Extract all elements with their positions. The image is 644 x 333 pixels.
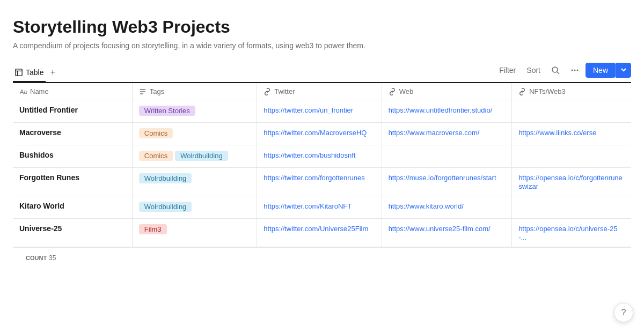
list-icon: [139, 88, 147, 95]
col-tags-label: Tags: [150, 87, 164, 95]
cell-web[interactable]: https://www.universe25-film.com/: [382, 219, 512, 247]
cell-nfts[interactable]: [512, 145, 631, 168]
tag-badge[interactable]: Comics: [139, 128, 173, 138]
nfts-link[interactable]: https://opensea.io/c/forgottenruneswizar: [518, 174, 623, 190]
cell-twitter[interactable]: https://twitter.com/un_frontier: [257, 100, 382, 123]
cell-name[interactable]: Universe-25: [13, 219, 132, 247]
cell-name[interactable]: Kitaro World: [13, 196, 132, 219]
col-twitter-label: Twitter: [274, 87, 295, 95]
cell-twitter[interactable]: https://twitter.com/MacroverseHQ: [257, 123, 382, 145]
table-row: Kitaro WorldWolrdbuildinghttps://twitter…: [13, 196, 631, 219]
new-button-group: New: [586, 63, 631, 78]
search-button[interactable]: [547, 64, 564, 77]
twitter-link[interactable]: https://twitter.com/un_frontier: [264, 106, 353, 114]
new-dropdown-button[interactable]: [616, 63, 631, 78]
web-link[interactable]: https://muse.io/forgottenrunes/start: [389, 174, 496, 182]
cell-name[interactable]: Untitled Frontier: [13, 100, 132, 123]
nfts-link[interactable]: https://opensea.io/c/universe-25-...: [518, 225, 617, 241]
new-button-label: New: [593, 66, 608, 75]
cell-tags: Written Stories: [132, 100, 257, 123]
nfts-link[interactable]: https://www.liinks.co/erse: [518, 129, 596, 137]
more-button[interactable]: [566, 64, 583, 77]
cell-twitter[interactable]: https://twitter.com/Universe25Film: [257, 219, 382, 247]
table-row: BushidosComicsWolrdbuildinghttps://twitt…: [13, 145, 631, 168]
toolbar: Table + Filter Sort: [13, 63, 631, 83]
count-bar: COUNT 35: [13, 247, 631, 268]
link-icon-twitter: [264, 88, 271, 95]
tag-badge[interactable]: Film3: [139, 224, 167, 234]
col-header-web[interactable]: Web: [382, 83, 512, 100]
twitter-link[interactable]: https://twitter.com/MacroverseHQ: [264, 129, 367, 137]
web-link[interactable]: https://www.untitledfrontier.studio/: [389, 106, 493, 114]
filter-button[interactable]: Filter: [495, 64, 520, 77]
table-header-row: Aa Name Tags: [13, 83, 631, 100]
svg-point-5: [571, 70, 573, 71]
more-icon: [570, 66, 579, 75]
data-table: Aa Name Tags: [13, 83, 631, 247]
col-header-name[interactable]: Aa Name: [13, 83, 132, 100]
twitter-link[interactable]: https://twitter.com/Universe25Film: [264, 225, 368, 233]
svg-point-7: [576, 70, 578, 71]
page-subtitle: A compendium of projects focusing on sto…: [13, 41, 631, 50]
web-link[interactable]: https://www.universe25-film.com/: [389, 225, 491, 233]
cell-web[interactable]: [382, 145, 512, 168]
col-name-label: Name: [30, 87, 49, 95]
twitter-link[interactable]: https://twitter.com/KitaroNFT: [264, 202, 352, 210]
cell-web[interactable]: https://www.kitaro.world/: [382, 196, 512, 219]
sort-button[interactable]: Sort: [522, 64, 545, 77]
svg-rect-0: [16, 69, 22, 76]
count-value: 35: [49, 254, 56, 262]
svg-point-3: [552, 67, 558, 72]
cell-nfts[interactable]: https://opensea.io/c/universe-25-...: [512, 219, 631, 247]
cell-twitter[interactable]: https://twitter.com/KitaroNFT: [257, 196, 382, 219]
cell-nfts[interactable]: https://www.liinks.co/erse: [512, 123, 631, 145]
cell-twitter[interactable]: https://twitter.com/bushidosnft: [257, 145, 382, 168]
cell-name[interactable]: Forgotten Runes: [13, 168, 132, 196]
col-header-tags[interactable]: Tags: [132, 83, 257, 100]
new-button[interactable]: New: [586, 63, 616, 78]
link-icon-web: [389, 88, 396, 95]
twitter-link[interactable]: https://twitter.com/forgottenrunes: [264, 174, 365, 182]
twitter-link[interactable]: https://twitter.com/bushidosnft: [264, 151, 355, 159]
table-container: Aa Name Tags: [13, 83, 631, 247]
tag-badge[interactable]: Wolrdbuilding: [175, 151, 228, 161]
filter-label: Filter: [499, 66, 516, 75]
cell-name[interactable]: Macroverse: [13, 123, 132, 145]
col-header-twitter[interactable]: Twitter: [257, 83, 382, 100]
tab-table-label: Table: [26, 68, 43, 77]
cell-web[interactable]: https://www.untitledfrontier.studio/: [382, 100, 512, 123]
web-link[interactable]: https://www.macroverse.com/: [389, 129, 480, 137]
cell-nfts[interactable]: https://opensea.io/c/forgottenruneswizar: [512, 168, 631, 196]
tag-badge[interactable]: Wolrdbuilding: [139, 173, 192, 183]
cell-nfts[interactable]: [512, 100, 631, 123]
col-web-label: Web: [399, 87, 414, 95]
table-icon: [15, 69, 23, 76]
cell-nfts[interactable]: [512, 196, 631, 219]
svg-text:Aa: Aa: [20, 88, 27, 95]
cell-tags: Comics: [132, 123, 257, 145]
table-row: Forgotten RunesWolrdbuildinghttps://twit…: [13, 168, 631, 196]
svg-line-4: [557, 72, 559, 74]
svg-point-6: [574, 70, 575, 71]
tab-table[interactable]: Table: [13, 64, 46, 82]
text-icon: Aa: [19, 88, 27, 95]
count-label: COUNT: [26, 255, 47, 261]
tag-badge[interactable]: Written Stories: [139, 106, 195, 116]
cell-tags: Wolrdbuilding: [132, 168, 257, 196]
add-tab-button[interactable]: +: [46, 63, 59, 82]
cell-web[interactable]: https://muse.io/forgottenrunes/start: [382, 168, 512, 196]
toolbar-right: Filter Sort New: [495, 63, 631, 82]
table-row: MacroverseComicshttps://twitter.com/Macr…: [13, 123, 631, 145]
cell-web[interactable]: https://www.macroverse.com/: [382, 123, 512, 145]
cell-tags: Wolrdbuilding: [132, 196, 257, 219]
table-row: Universe-25Film3https://twitter.com/Univ…: [13, 219, 631, 247]
col-header-nfts[interactable]: NFTs/Web3: [512, 83, 631, 100]
chevron-down-icon: [620, 66, 627, 73]
cell-twitter[interactable]: https://twitter.com/forgottenrunes: [257, 168, 382, 196]
cell-name[interactable]: Bushidos: [13, 145, 132, 168]
web-link[interactable]: https://www.kitaro.world/: [389, 202, 464, 210]
sort-label: Sort: [526, 66, 540, 75]
tag-badge[interactable]: Wolrdbuilding: [139, 202, 192, 212]
col-nfts-label: NFTs/Web3: [529, 87, 566, 95]
tag-badge[interactable]: Comics: [139, 151, 173, 161]
